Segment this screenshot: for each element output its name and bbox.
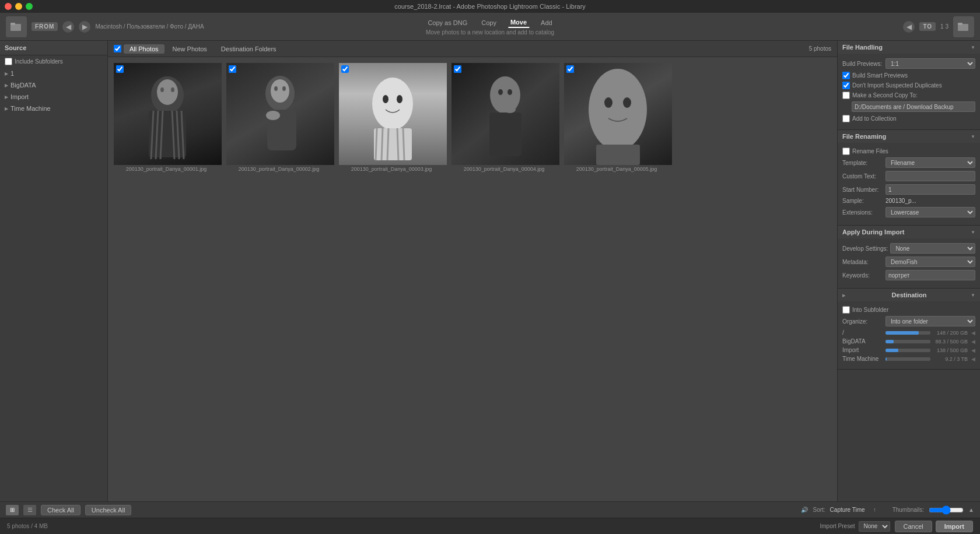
photo-checkbox-5[interactable] bbox=[566, 65, 574, 73]
toolbar-right: ◀ TO 1 3 bbox=[903, 16, 974, 37]
copy-as-dng-option[interactable]: Copy as DNG bbox=[425, 18, 470, 27]
custom-text-input[interactable] bbox=[886, 171, 975, 181]
svg-rect-24 bbox=[374, 128, 412, 160]
fullscreen-button[interactable] bbox=[26, 3, 33, 10]
grid-view-btn[interactable]: ⊞ bbox=[6, 505, 19, 515]
add-option[interactable]: Add bbox=[538, 18, 555, 27]
start-number-row: Start Number: bbox=[842, 184, 975, 195]
disk-arrow-root: ◀ bbox=[971, 330, 975, 336]
to-badge: TO bbox=[919, 22, 936, 31]
disk-progress-bigdata bbox=[886, 340, 930, 343]
import-preset-select[interactable]: None bbox=[859, 521, 890, 532]
rename-files-checkbox[interactable] bbox=[842, 147, 850, 155]
include-subfolders-checkbox[interactable] bbox=[5, 58, 12, 65]
import-preset-area: Import Preset None bbox=[820, 521, 890, 532]
svg-rect-5 bbox=[149, 111, 186, 157]
build-previews-row: Build Previews: 1:1 Minimal Embedded & S… bbox=[842, 58, 975, 69]
start-number-input[interactable] bbox=[886, 184, 975, 195]
sort-direction: ↑ bbox=[873, 507, 876, 513]
second-copy-checkbox[interactable] bbox=[842, 92, 850, 99]
move-option[interactable]: Move bbox=[508, 17, 529, 28]
svg-rect-38 bbox=[596, 145, 640, 165]
custom-text-label: Custom Text: bbox=[842, 173, 883, 180]
disk-size-root: 148 / 200 GB bbox=[933, 330, 968, 336]
uncheck-all-btn[interactable]: Uncheck All bbox=[85, 505, 131, 515]
copy-option[interactable]: Copy bbox=[479, 18, 499, 27]
photo-checkbox-3[interactable] bbox=[341, 65, 349, 73]
sidebar-item-bigdata[interactable]: ▶ BigDATA bbox=[0, 79, 107, 91]
second-copy-path-input[interactable] bbox=[852, 101, 975, 112]
filter-new-photos[interactable]: New Photos bbox=[167, 44, 213, 54]
disk-label-timemachine: Time Machine bbox=[842, 356, 883, 362]
disk-item-root[interactable]: / 148 / 200 GB ◀ bbox=[842, 329, 975, 336]
close-button[interactable] bbox=[5, 3, 12, 10]
build-smart-previews-checkbox[interactable] bbox=[842, 72, 850, 79]
disk-item-import[interactable]: Import 138 / 500 GB ◀ bbox=[842, 347, 975, 353]
disk-item-bigdata[interactable]: BigDATA 88.3 / 500 GB ◀ bbox=[842, 338, 975, 345]
photo-checkbox-4[interactable] bbox=[454, 65, 461, 73]
svg-point-32 bbox=[508, 89, 512, 95]
thumbnail-slider[interactable] bbox=[929, 505, 964, 515]
extensions-select[interactable]: Lowercase Uppercase bbox=[886, 207, 975, 217]
sidebar-item-timemachine[interactable]: ▶ Time Machine bbox=[0, 103, 107, 114]
photo-checkbox-2[interactable] bbox=[229, 65, 236, 73]
sidebar-item-1[interactable]: ▶ 1 bbox=[0, 68, 107, 79]
list-view-btn[interactable]: ☰ bbox=[23, 505, 36, 515]
photo-thumb-5[interactable]: 200130_portrait_Danya_00005.jpg bbox=[564, 63, 672, 172]
disk-label-bigdata: BigDATA bbox=[842, 338, 883, 345]
to-back-arrow-btn[interactable]: ◀ bbox=[903, 21, 915, 33]
svg-point-35 bbox=[589, 69, 647, 150]
dont-import-dupes-checkbox[interactable] bbox=[842, 82, 850, 89]
destination-body: Into Subfolder Organize: Into one folder… bbox=[838, 301, 980, 369]
into-subfolder-checkbox[interactable] bbox=[842, 306, 850, 314]
keywords-input[interactable] bbox=[886, 270, 975, 280]
filter-all-photos[interactable]: All Photos bbox=[124, 44, 164, 54]
svg-line-29 bbox=[403, 128, 404, 160]
forward-arrow-btn[interactable]: ▶ bbox=[79, 21, 90, 33]
import-subtitle: Move photos to a new location and add to… bbox=[426, 29, 554, 36]
template-select[interactable]: Filename bbox=[886, 157, 975, 168]
file-handling-header[interactable]: File Handling ▼ bbox=[838, 41, 980, 54]
file-renaming-header[interactable]: File Renaming ▼ bbox=[838, 130, 980, 143]
sidebar-item-label-1: 1 bbox=[10, 70, 103, 77]
file-handling-section: File Handling ▼ Build Previews: 1:1 Mini… bbox=[838, 41, 980, 130]
sidebar-item-import[interactable]: ▶ Import bbox=[0, 91, 107, 103]
photo-thumb-2[interactable]: 200130_portrait_Danya_00002.jpg bbox=[226, 63, 334, 172]
build-smart-previews-row: Build Smart Previews bbox=[842, 72, 975, 79]
disk-item-timemachine[interactable]: Time Machine 9.2 / 3 TB ◀ bbox=[842, 356, 975, 362]
all-photos-checkbox[interactable] bbox=[114, 45, 121, 52]
sort-value[interactable]: Capture Time bbox=[830, 507, 865, 513]
develop-settings-select[interactable]: None bbox=[890, 243, 975, 254]
photo-thumb-1[interactable]: 200130_portrait_Danya_00001.jpg bbox=[114, 63, 222, 172]
extensions-label: Extensions: bbox=[842, 209, 883, 216]
organize-select[interactable]: Into one folder bbox=[886, 316, 975, 326]
svg-rect-33 bbox=[489, 113, 522, 156]
photo-thumb-3[interactable]: 200130_portrait_Danya_00003.jpg bbox=[339, 63, 447, 172]
build-previews-select[interactable]: 1:1 Minimal Embedded & Sidecar Standard bbox=[886, 58, 975, 69]
destination-header[interactable]: ▸ Destination ▼ bbox=[838, 289, 980, 301]
cancel-btn[interactable]: Cancel bbox=[895, 521, 932, 532]
minimize-button[interactable] bbox=[15, 3, 22, 10]
keywords-row: Keywords: bbox=[842, 270, 975, 280]
rename-files-row: Rename Files bbox=[842, 147, 975, 155]
metadata-select[interactable]: DemoFish bbox=[886, 257, 975, 267]
photo-thumb-4[interactable]: 200130_portrait_Danya_00004.jpg bbox=[452, 63, 559, 172]
svg-point-17 bbox=[274, 86, 278, 91]
dont-import-dupes-row: Don't Import Suspected Duplicates bbox=[842, 82, 975, 89]
template-row: Template: Filename bbox=[842, 157, 975, 168]
titlebar: course_2018-2.lrcat - Adobe Photoshop Li… bbox=[0, 0, 980, 13]
svg-line-25 bbox=[376, 128, 377, 160]
sample-value: 200130_p... bbox=[886, 198, 975, 204]
check-all-btn[interactable]: Check All bbox=[41, 505, 80, 515]
sidebar: Source Include Subfolders ▶ 1 ▶ BigDATA … bbox=[0, 41, 108, 501]
photo-checkbox-1[interactable] bbox=[116, 65, 124, 73]
add-collection-checkbox[interactable] bbox=[842, 115, 850, 122]
template-label: Template: bbox=[842, 160, 883, 166]
include-subfolders-row: Include Subfolders bbox=[0, 55, 107, 68]
disk-progress-import bbox=[886, 349, 930, 352]
triangle-icon-import: ▶ bbox=[5, 94, 8, 100]
import-btn[interactable]: Import bbox=[936, 521, 973, 532]
filter-destination-folders[interactable]: Destination Folders bbox=[215, 44, 282, 54]
back-arrow-btn[interactable]: ◀ bbox=[62, 21, 74, 33]
apply-during-import-header[interactable]: Apply During Import ▼ bbox=[838, 226, 980, 238]
